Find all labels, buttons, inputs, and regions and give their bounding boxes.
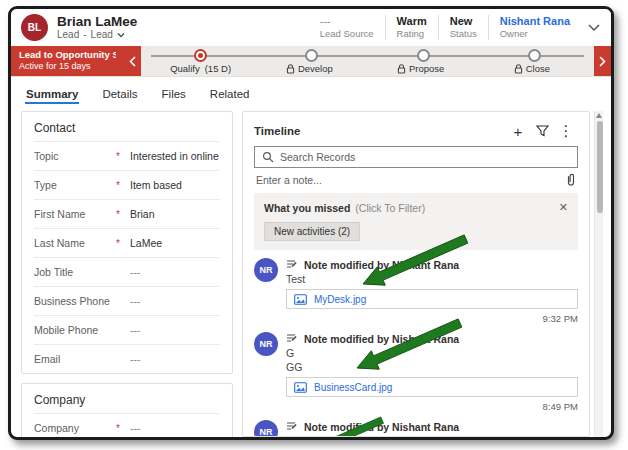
field-label: Email bbox=[34, 353, 116, 365]
section-title: Company bbox=[22, 384, 232, 413]
timeline-entries: NR Note modified by Nishant Rana Test My… bbox=[254, 250, 578, 437]
header-field[interactable]: Nishant Rana Owner bbox=[489, 15, 581, 40]
header-field-value[interactable]: New bbox=[450, 15, 477, 28]
entry-avatar: NR bbox=[254, 258, 278, 282]
timeline-entry[interactable]: NR Note modified by Nishant Rana Test My… bbox=[254, 257, 578, 325]
bpf-scroll-right-button[interactable] bbox=[594, 46, 611, 76]
field-value[interactable]: LaMee bbox=[130, 237, 220, 249]
form-field-row[interactable]: Email --- bbox=[34, 344, 220, 373]
timeline-entry[interactable]: NR Note modified by Nishant Rana Image 2… bbox=[254, 419, 578, 437]
chevron-left-icon bbox=[129, 56, 136, 67]
note-body-line: GG bbox=[286, 360, 578, 374]
image-file-icon bbox=[294, 294, 307, 305]
add-record-button[interactable]: + bbox=[506, 121, 530, 141]
entry-header-text: Note modified by Nishant Rana bbox=[304, 421, 459, 433]
company-section: Company Company * --- bbox=[21, 383, 233, 437]
attachment-link[interactable]: BusinessCard.jpg bbox=[314, 382, 392, 393]
bpf-stage-dot[interactable] bbox=[528, 49, 541, 62]
search-placeholder: Search Records bbox=[280, 151, 355, 163]
section-title: Contact bbox=[22, 112, 232, 141]
form-tab[interactable]: Related bbox=[209, 84, 251, 107]
header-field-value[interactable]: Warm bbox=[397, 15, 427, 28]
field-label: Company bbox=[34, 422, 116, 434]
header-field[interactable]: Warm Rating bbox=[386, 15, 439, 40]
bpf-stage[interactable]: Propose bbox=[368, 46, 479, 76]
field-value[interactable]: Item based bbox=[130, 179, 220, 191]
required-asterisk: * bbox=[116, 423, 130, 434]
field-value[interactable]: --- bbox=[130, 353, 220, 365]
form-field-row[interactable]: Topic * Interested in online only ... bbox=[34, 141, 220, 170]
bpf-stage[interactable]: Qualify (15 D) bbox=[145, 46, 256, 76]
record-header: BL Brian LaMee Lead - Lead --- Lead Sour… bbox=[11, 9, 611, 46]
entry-body: GGG bbox=[286, 346, 578, 374]
filter-funnel-icon bbox=[536, 125, 549, 137]
form-tab[interactable]: Details bbox=[101, 84, 138, 107]
field-label: First Name bbox=[34, 208, 116, 220]
app-window: BL Brian LaMee Lead - Lead --- Lead Sour… bbox=[8, 6, 614, 440]
header-field[interactable]: --- Lead Source bbox=[309, 15, 386, 40]
header-expand-chevron-icon[interactable] bbox=[587, 23, 601, 32]
bpf-process-status: Active for 15 days bbox=[19, 61, 116, 72]
form-field-row[interactable]: Job Title --- bbox=[34, 257, 220, 286]
header-field-value[interactable]: --- bbox=[320, 15, 374, 28]
field-value[interactable]: Brian bbox=[130, 208, 220, 220]
bpf-stage[interactable]: Close bbox=[479, 46, 590, 76]
bpf-stage[interactable]: Develop bbox=[256, 46, 367, 76]
field-value[interactable]: Interested in online only ... bbox=[130, 150, 220, 162]
entry-header-text: Note modified by Nishant Rana bbox=[304, 333, 459, 345]
entry-timestamp: 9:32 PM bbox=[286, 313, 578, 325]
note-body-line: Test bbox=[286, 272, 578, 286]
form-body: Contact Topic * Interested in online onl… bbox=[11, 107, 611, 437]
header-field-label: Lead Source bbox=[320, 28, 374, 40]
form-field-row[interactable]: Business Phone --- bbox=[34, 286, 220, 315]
timeline-entry[interactable]: NR Note modified by Nishant Rana GGG Bus… bbox=[254, 331, 578, 413]
field-value[interactable]: --- bbox=[130, 422, 220, 434]
form-tab[interactable]: Files bbox=[161, 84, 187, 107]
attachment-chip[interactable]: MyDesk.jpg bbox=[286, 289, 578, 309]
header-field[interactable]: New Status bbox=[439, 15, 489, 40]
form-field-row[interactable]: First Name * Brian bbox=[34, 199, 220, 228]
contact-fields: Topic * Interested in online only ... Ty… bbox=[22, 141, 232, 373]
bpf-stage-label: Qualify bbox=[170, 63, 200, 74]
scrollbar-up-arrow[interactable] bbox=[596, 113, 602, 118]
timeline-scrollbar[interactable] bbox=[594, 111, 603, 437]
timeline-panel: Timeline + ⋮ Search Records Enter a note… bbox=[242, 111, 590, 437]
form-field-row[interactable]: Mobile Phone --- bbox=[34, 315, 220, 344]
bpf-scroll-left-button[interactable] bbox=[124, 46, 141, 76]
avatar: BL bbox=[21, 14, 48, 41]
header-field-label: Status bbox=[450, 28, 477, 40]
lock-icon bbox=[514, 64, 523, 74]
form-field-row[interactable]: Company * --- bbox=[34, 413, 220, 437]
form-tab[interactable]: Summary bbox=[25, 84, 79, 107]
banner-title: What you missed bbox=[264, 202, 350, 214]
new-activities-button[interactable]: New activities (2) bbox=[264, 222, 360, 241]
chevron-down-icon[interactable] bbox=[117, 32, 125, 38]
entry-avatar: NR bbox=[254, 420, 278, 437]
attachment-link[interactable]: MyDesk.jpg bbox=[314, 294, 366, 305]
field-value[interactable]: --- bbox=[130, 295, 220, 307]
form-field-row[interactable]: Type * Item based bbox=[34, 170, 220, 199]
header-field-value[interactable]: Nishant Rana bbox=[500, 15, 570, 28]
scrollbar-thumb[interactable] bbox=[597, 121, 603, 213]
entry-body: Test bbox=[286, 272, 578, 286]
paperclip-icon[interactable] bbox=[566, 173, 576, 187]
close-icon[interactable]: ✕ bbox=[559, 201, 568, 214]
form-field-row[interactable]: Last Name * LaMee bbox=[34, 228, 220, 257]
filter-button[interactable] bbox=[530, 121, 554, 141]
note-icon bbox=[286, 259, 299, 271]
company-fields: Company * --- bbox=[22, 413, 232, 437]
left-column: Contact Topic * Interested in online onl… bbox=[21, 111, 233, 437]
field-value[interactable]: --- bbox=[130, 266, 220, 278]
more-commands-button[interactable]: ⋮ bbox=[554, 121, 578, 141]
header-field-label: Owner bbox=[500, 28, 570, 40]
timeline-search-input[interactable]: Search Records bbox=[254, 146, 578, 168]
attachment-chip[interactable]: BusinessCard.jpg bbox=[286, 377, 578, 397]
bpf-stage-dot[interactable] bbox=[194, 49, 207, 62]
form-selector[interactable]: Lead bbox=[91, 29, 113, 41]
field-value[interactable]: --- bbox=[130, 324, 220, 336]
note-input[interactable]: Enter a note... bbox=[254, 168, 578, 191]
bpf-process-box: Lead to Opportunity Sale... Active for 1… bbox=[11, 46, 124, 76]
bpf-stage-dot[interactable] bbox=[305, 49, 318, 62]
subtitle-separator: - bbox=[83, 29, 86, 41]
bpf-stage-dot[interactable] bbox=[417, 49, 430, 62]
